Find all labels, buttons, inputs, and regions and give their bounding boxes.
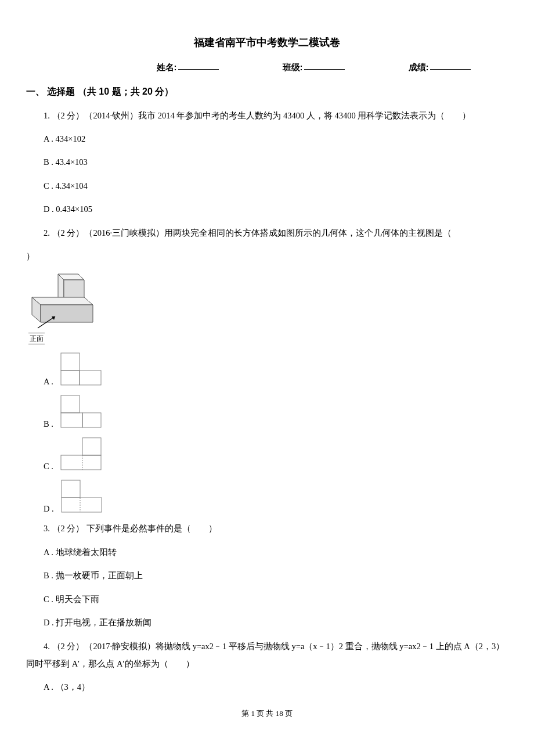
score-label: 成绩: bbox=[409, 61, 429, 74]
exam-title: 福建省南平市中考数学二模试卷 bbox=[26, 35, 508, 51]
q2-choice-b: B . bbox=[44, 393, 508, 430]
q1-choice-a: A . 434×102 bbox=[26, 130, 508, 147]
q2-choice-a: A . bbox=[44, 350, 508, 388]
q4-choice-a: A . （3，4） bbox=[26, 678, 508, 696]
q2-choice-d-label: D . bbox=[44, 505, 54, 516]
svg-rect-13 bbox=[82, 413, 101, 427]
svg-marker-5 bbox=[41, 305, 93, 322]
q3-choice-a: A . 地球绕着太阳转 bbox=[26, 543, 508, 561]
svg-rect-11 bbox=[61, 395, 80, 413]
q2-3d-figure: 正面 bbox=[26, 271, 508, 345]
svg-rect-15 bbox=[61, 455, 101, 470]
svg-rect-12 bbox=[61, 413, 82, 427]
svg-rect-17 bbox=[62, 480, 80, 498]
q3-choice-b: B . 抛一枚硬币，正面朝上 bbox=[26, 567, 508, 584]
q2-choice-b-label: B . bbox=[44, 420, 53, 431]
q1-stem: 1. （2 分）（2014·钦州）我市 2014 年参加中考的考生人数约为 43… bbox=[26, 107, 508, 124]
svg-rect-9 bbox=[61, 370, 80, 385]
q2-choice-d-figure bbox=[59, 477, 105, 515]
svg-marker-3 bbox=[32, 297, 93, 305]
svg-rect-18 bbox=[62, 498, 102, 512]
q3-choice-c: C . 明天会下雨 bbox=[26, 591, 508, 608]
section-1-heading: 一、 选择题 （共 10 题；共 20 分） bbox=[26, 85, 508, 99]
q2-choice-b-figure bbox=[58, 393, 104, 430]
svg-rect-14 bbox=[82, 438, 101, 455]
q4-stem: 4. （2 分）（2017·静安模拟）将抛物线 y=ax2﹣1 平移后与抛物线 … bbox=[26, 638, 508, 673]
q3-stem: 3. （2 分） 下列事件是必然事件的是（ ） bbox=[26, 520, 508, 537]
q2-choice-a-figure bbox=[58, 350, 104, 388]
q2-choice-c-figure bbox=[58, 435, 104, 473]
q2-stem-line2: ） bbox=[26, 247, 508, 265]
class-label: 班级: bbox=[283, 61, 303, 74]
q2-choice-d: D . bbox=[44, 477, 508, 515]
page-footer: 第 1 页 共 18 页 bbox=[26, 708, 508, 719]
q2-choice-c: C . bbox=[44, 435, 508, 473]
q1-choice-c: C . 4.34×104 bbox=[26, 177, 508, 195]
class-blank bbox=[304, 61, 345, 70]
svg-rect-10 bbox=[80, 370, 101, 385]
q3-choice-d: D . 打开电视，正在播放新闻 bbox=[26, 614, 508, 631]
q2-choice-a-label: A . bbox=[44, 377, 53, 388]
q2-stem-line1: 2. （2 分）（2016·三门峡模拟）用两块完全相同的长方体搭成如图所示的几何… bbox=[26, 224, 508, 242]
q1-choice-d: D . 0.434×105 bbox=[26, 200, 508, 218]
name-label: 姓名: bbox=[157, 61, 177, 74]
name-blank bbox=[178, 61, 219, 70]
header-fields: 姓名: 班级: 成绩: bbox=[26, 61, 508, 74]
q1-choice-b: B . 43.4×103 bbox=[26, 153, 508, 171]
q2-choice-c-label: C . bbox=[44, 462, 53, 473]
score-blank bbox=[430, 61, 471, 70]
svg-rect-8 bbox=[61, 353, 80, 370]
front-face-label: 正面 bbox=[28, 333, 45, 344]
